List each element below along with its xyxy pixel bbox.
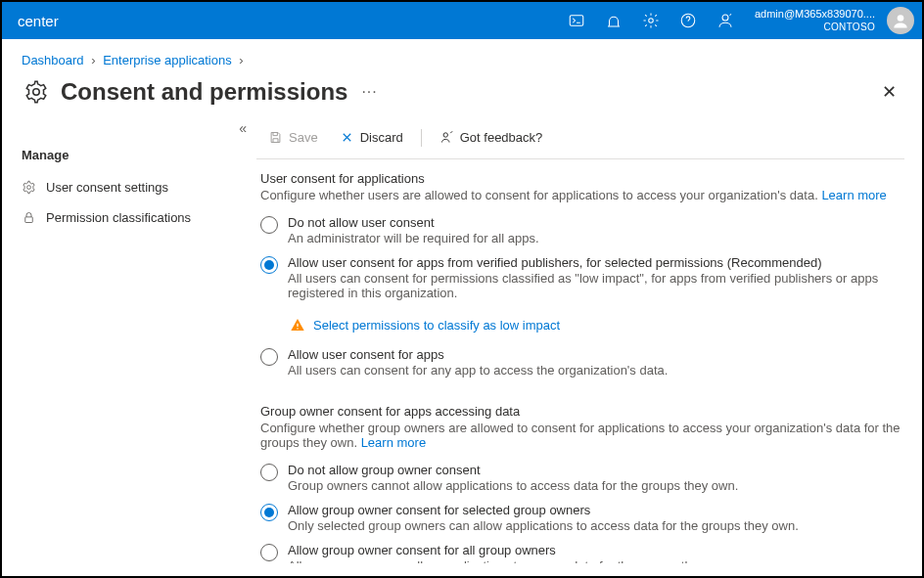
radio-description: Only selected group owners can allow app… bbox=[288, 518, 904, 533]
svg-point-8 bbox=[443, 133, 447, 137]
group-owner-consent-section: Group owner consent for apps accessing d… bbox=[256, 404, 904, 563]
user-email: admin@M365x839070.... bbox=[755, 8, 875, 21]
radio-icon[interactable] bbox=[260, 504, 278, 521]
chevron-right-icon: › bbox=[91, 53, 95, 67]
settings-icon[interactable] bbox=[633, 2, 669, 39]
cloud-shell-icon[interactable] bbox=[559, 2, 594, 39]
gear-icon bbox=[22, 77, 51, 107]
svg-point-9 bbox=[297, 328, 298, 329]
radio-description: All users can consent for any app to acc… bbox=[288, 363, 904, 378]
discard-button[interactable]: Discard bbox=[332, 126, 411, 149]
notifications-icon[interactable] bbox=[596, 2, 631, 39]
breadcrumb: Dashboard › Enterprise applications › bbox=[2, 39, 922, 73]
top-nav-bar: center admin@M365x839070.... CONTOSO bbox=[2, 2, 922, 39]
radio-description: All users can consent for permissions cl… bbox=[288, 271, 904, 300]
avatar[interactable] bbox=[887, 7, 914, 34]
help-icon[interactable] bbox=[670, 2, 706, 39]
radio-label: Allow group owner consent for all group … bbox=[288, 543, 904, 557]
feedback-icon bbox=[439, 130, 454, 145]
section-description: Configure whether users are allowed to c… bbox=[260, 188, 904, 202]
svg-point-3 bbox=[722, 15, 728, 21]
radio-label: Do not allow user consent bbox=[288, 215, 904, 230]
radio-option-do-not-allow[interactable]: Do not allow user consent An administrat… bbox=[260, 210, 904, 250]
section-title: Group owner consent for apps accessing d… bbox=[260, 404, 904, 419]
radio-icon[interactable] bbox=[260, 544, 278, 561]
radio-option-group-do-not-allow[interactable]: Do not allow group owner consent Group o… bbox=[260, 458, 904, 498]
svg-point-6 bbox=[27, 186, 31, 190]
feedback-icon[interactable] bbox=[708, 2, 743, 39]
user-consent-section: User consent for applications Configure … bbox=[256, 171, 904, 382]
section-description: Configure whether group owners are allow… bbox=[260, 421, 904, 450]
radio-option-verified-publishers[interactable]: Allow user consent for apps from verifie… bbox=[260, 250, 904, 305]
radio-option-group-selected-owners[interactable]: Allow group owner consent for selected g… bbox=[260, 498, 904, 538]
radio-label: Do not allow group owner consent bbox=[288, 463, 904, 477]
sidebar-item-label: User consent settings bbox=[46, 180, 168, 195]
radio-label: Allow group owner consent for selected g… bbox=[288, 503, 904, 517]
radio-description: Group owners cannot allow applications t… bbox=[288, 478, 904, 493]
toolbar-divider bbox=[421, 129, 422, 147]
svg-point-5 bbox=[33, 89, 40, 96]
radio-option-group-all-owners[interactable]: Allow group owner consent for all group … bbox=[260, 538, 904, 563]
toolbar: Save Discard Got feedback? bbox=[256, 120, 904, 159]
breadcrumb-item[interactable]: Enterprise applications bbox=[103, 53, 232, 67]
save-icon bbox=[268, 130, 283, 145]
radio-option-allow-all[interactable]: Allow user consent for apps All users ca… bbox=[260, 342, 904, 382]
classify-permissions-link[interactable]: Select permissions to classify as low im… bbox=[313, 318, 560, 333]
radio-label: Allow user consent for apps from verifie… bbox=[288, 255, 904, 270]
section-title: User consent for applications bbox=[260, 171, 904, 186]
radio-description: An administrator will be required for al… bbox=[288, 231, 904, 245]
svg-point-4 bbox=[898, 15, 904, 22]
more-menu-icon[interactable]: ··· bbox=[361, 83, 377, 101]
lock-icon bbox=[22, 210, 36, 225]
chevron-right-icon: › bbox=[239, 53, 243, 67]
collapse-sidebar-icon[interactable]: « bbox=[239, 120, 247, 136]
sidebar-section-label: Manage bbox=[22, 148, 256, 162]
radio-icon[interactable] bbox=[260, 256, 278, 274]
feedback-button[interactable]: Got feedback? bbox=[432, 126, 551, 149]
page-header: Consent and permissions ··· ✕ bbox=[2, 73, 922, 120]
learn-more-link[interactable]: Learn more bbox=[361, 435, 426, 450]
svg-rect-7 bbox=[25, 217, 33, 223]
close-icon[interactable]: ✕ bbox=[875, 78, 902, 106]
sidebar-item-label: Permission classifications bbox=[46, 210, 191, 225]
account-info[interactable]: admin@M365x839070.... CONTOSO bbox=[743, 8, 883, 32]
learn-more-link[interactable]: Learn more bbox=[821, 188, 886, 202]
warning-alert: Select permissions to classify as low im… bbox=[290, 317, 904, 333]
warning-icon bbox=[290, 317, 305, 333]
sidebar: « Manage User consent settings Permissio… bbox=[2, 120, 256, 563]
radio-icon[interactable] bbox=[260, 216, 278, 234]
svg-rect-0 bbox=[570, 16, 583, 26]
radio-description: All group owners can allow applications … bbox=[288, 558, 904, 563]
radio-icon[interactable] bbox=[260, 348, 278, 366]
main-content: Save Discard Got feedback? User consent … bbox=[256, 120, 922, 563]
tenant-name: CONTOSO bbox=[824, 22, 875, 33]
breadcrumb-item[interactable]: Dashboard bbox=[22, 53, 84, 67]
discard-icon bbox=[340, 130, 354, 145]
radio-label: Allow user consent for apps bbox=[288, 347, 904, 362]
svg-point-1 bbox=[649, 19, 654, 23]
product-name: center bbox=[10, 13, 67, 29]
page-title: Consent and permissions bbox=[61, 78, 347, 106]
save-button[interactable]: Save bbox=[260, 126, 326, 149]
sidebar-item-user-consent-settings[interactable]: User consent settings bbox=[22, 172, 256, 202]
sidebar-item-permission-classifications[interactable]: Permission classifications bbox=[22, 202, 256, 233]
radio-icon[interactable] bbox=[260, 464, 278, 481]
